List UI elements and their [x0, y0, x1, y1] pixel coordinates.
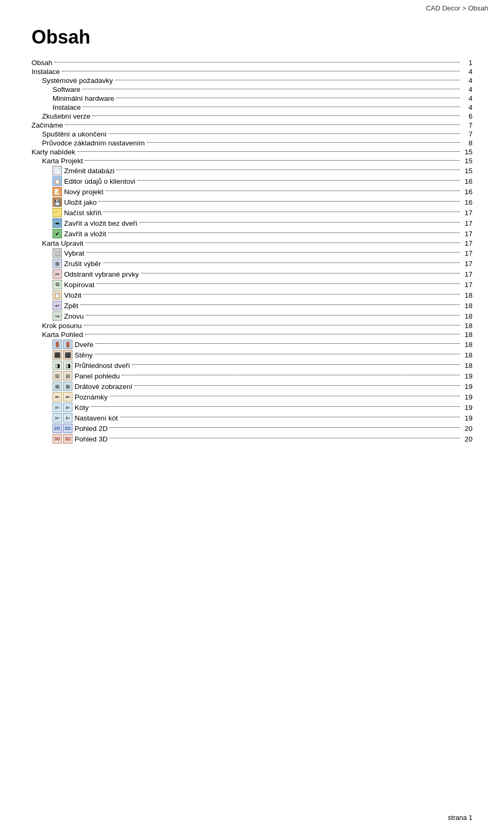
toc-page-hardware: 4: [462, 94, 472, 102]
toc-row-zavrit: ✔Zavřít a vložit17: [32, 229, 472, 238]
toc-page-znovu: 18: [462, 312, 472, 320]
toc-label-vlozit: Vložit: [64, 291, 81, 299]
toc-row-pruvodce: Průvodce základním nastavením8: [32, 139, 472, 147]
blue-icon: 📋: [52, 176, 62, 186]
dim2-icon: ⊨: [63, 403, 72, 412]
toc-row-koty: ⊨⊨Kóty19: [32, 403, 472, 412]
green-icon: ✔: [52, 229, 62, 238]
3d2-icon: 3D: [63, 434, 72, 444]
toc-page-vlozit: 18: [462, 291, 472, 299]
toc-page-pohled3d: 20: [462, 435, 472, 443]
toc-dots-odstranit: [141, 273, 460, 273]
toc-page-karta-upravit: 17: [462, 239, 472, 247]
toc-dots-zrusit: [103, 262, 460, 263]
toc-label-zmendat: Změnit databázi: [64, 167, 114, 175]
entry-icons-zpet: ↩: [52, 301, 62, 310]
toc-label-pohled3d: Pohled 3D: [75, 435, 108, 443]
toc-page-poznamky: 19: [462, 393, 472, 401]
brown-icon: 💾: [52, 197, 62, 207]
arrow-icon: ➡: [52, 218, 62, 228]
wall2-icon: ⬛: [63, 350, 72, 360]
toc-page-steny: 18: [462, 351, 472, 359]
entry-icons-panel: ⊟⊟: [52, 371, 72, 381]
toc-dots-kopirovat: [97, 283, 460, 284]
toc-dots-znovu: [86, 315, 460, 315]
entry-icons-poznamky: ✏✏: [52, 392, 72, 402]
entry-icons-kopirovat: ⧉: [52, 280, 62, 289]
2d-icon: 2D: [52, 424, 62, 433]
toc-label-krok: Krok posunu: [42, 322, 82, 330]
entry-icons-zavrit-vlozit: ➡: [52, 218, 62, 228]
dim4-icon: ⊨: [63, 413, 72, 423]
toc-dots-steny: [95, 354, 460, 354]
doc-icon: 📄: [52, 166, 62, 175]
toc-page-zaciname: 7: [462, 121, 472, 129]
toc-page-ulozit: 16: [462, 198, 472, 206]
toc-label-obsah: Obsah: [32, 59, 52, 67]
entry-icons-editor: 📋: [52, 176, 62, 186]
wire-icon: ⊞: [52, 382, 62, 391]
toc-dots-hardware: [117, 98, 460, 98]
toc-page-karta-projekt: 15: [462, 157, 472, 165]
toc-dots-systemove: [115, 80, 460, 80]
toc-label-karty: Karty nabídek: [32, 148, 75, 156]
toc-label-karta-projekt: Karta Projekt: [42, 157, 83, 165]
toc-dots-panel: [122, 375, 460, 375]
entry-icons-ulozit: 💾: [52, 197, 62, 207]
toc-row-krok: Krok posunu18: [32, 322, 472, 330]
dim-icon: ⊨: [52, 403, 62, 412]
toc-label-odstranit: Odstranit vybrané prvky: [64, 270, 139, 278]
toc-label-hardware: Minimální hardware: [52, 94, 114, 102]
toc-page-nastaveni: 19: [462, 414, 472, 422]
toc-label-zkusebni: Zkušební verze: [42, 112, 90, 120]
wire2-icon: ⊞: [63, 382, 72, 391]
toc-label-novy: Nový projekt: [64, 188, 103, 196]
toc-label-zrusit: Zrušit výběr: [64, 260, 101, 268]
toc-label-karta-upravit: Karta Upravit: [42, 239, 83, 247]
toc-label-vybrat: Vybrat: [64, 249, 85, 257]
toc-label-pohled2d: Pohled 2D: [75, 425, 108, 433]
toc-page-instalace: 4: [462, 68, 472, 76]
toc-dots-dvere: [96, 343, 460, 344]
toc-dots-zpet: [80, 304, 460, 305]
toc-row-vybrat: ⬚Vybrat17: [32, 248, 472, 258]
toc-dots-ulozit: [99, 201, 460, 202]
panel-icon: ⊟: [52, 371, 62, 381]
toc-row-spusteni: Spuštění a ukončení7: [32, 130, 472, 138]
toc-page-vybrat: 17: [462, 249, 472, 257]
toc-dots-nastaveni: [120, 417, 460, 417]
entry-icons-koty: ⊨⊨: [52, 403, 72, 412]
toc-row-karta-pohled: Karta Pohled18: [32, 331, 472, 339]
toc-dots-karta-pohled: [85, 334, 460, 334]
entry-icons-novy: 📝: [52, 187, 62, 196]
toc-container: Obsah1Instalace4Systémové požadavky4Soft…: [32, 59, 472, 444]
toc-dots-dratove: [134, 385, 460, 386]
toc-label-koty: Kóty: [75, 404, 89, 412]
toc-dots-software: [82, 89, 460, 89]
toc-page-kopirovat: 17: [462, 281, 472, 289]
entry-icons-zrusit: ⊞: [52, 259, 62, 268]
note2-icon: ✏: [63, 392, 72, 402]
toc-row-panel: ⊟⊟Panel pohledu19: [32, 371, 472, 381]
entry-icons-pruhlednost: ◨◨: [52, 361, 72, 370]
toc-row-dvere: 🚪🚪Dveře18: [32, 340, 472, 349]
toc-row-zaciname: Začínáme7: [32, 121, 472, 129]
toc-page-karty: 15: [462, 148, 472, 156]
toc-dots-editor: [138, 180, 460, 181]
toc-row-zmendat: 📄Změnit databázi15: [32, 166, 472, 175]
entry-icons-vybrat: ⬚: [52, 248, 62, 258]
toc-page-zkusebni: 6: [462, 112, 472, 120]
toc-row-hardware: Minimální hardware4: [32, 94, 472, 102]
toc-dots-karta-projekt: [85, 160, 460, 161]
toc-row-vlozit: 📋Vložit18: [32, 290, 472, 300]
toc-page-zpet: 18: [462, 302, 472, 310]
toc-page-obsah: 1: [462, 59, 472, 67]
toc-label-systemove: Systémové požadavky: [42, 77, 113, 85]
orange-icon: 📝: [52, 187, 62, 196]
entry-icons-steny: ⬛⬛: [52, 350, 72, 360]
door2-icon: 🚪: [63, 340, 72, 349]
toc-dots-pruvodce: [147, 142, 460, 143]
toc-dots-zavrit-vlozit: [140, 222, 460, 223]
toc-label-kopirovat: Kopírovat: [64, 281, 94, 289]
toc-dots-instalace: [62, 71, 460, 71]
